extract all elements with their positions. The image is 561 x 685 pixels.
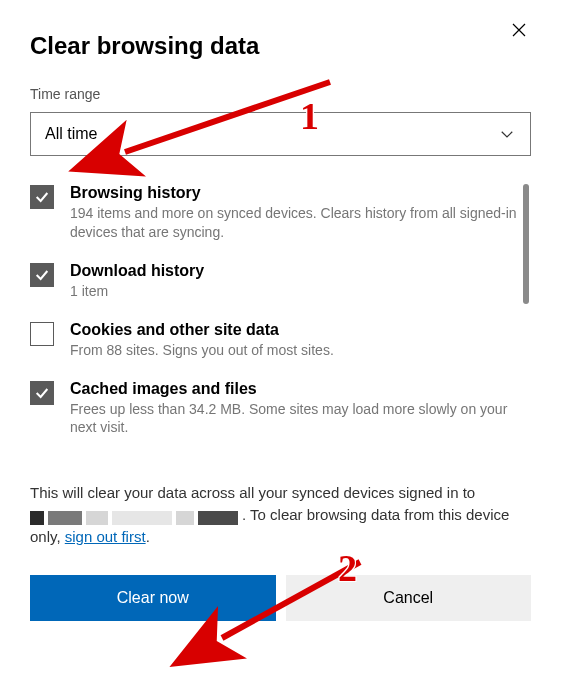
option-title: Cookies and other site data xyxy=(70,321,517,339)
sign-out-link[interactable]: sign out first xyxy=(65,528,146,545)
close-button[interactable] xyxy=(507,18,531,42)
time-range-select[interactable]: All time xyxy=(30,112,531,156)
options-list: Browsing history 194 items and more on s… xyxy=(30,184,531,474)
checkbox-cookies[interactable] xyxy=(30,322,54,346)
checkbox-cached[interactable] xyxy=(30,381,54,405)
option-subtitle: 194 items and more on synced devices. Cl… xyxy=(70,204,517,242)
time-range-value: All time xyxy=(45,125,97,143)
option-cookies: Cookies and other site data From 88 site… xyxy=(30,321,531,360)
option-title: Download history xyxy=(70,262,517,280)
dialog-title: Clear browsing data xyxy=(30,32,531,60)
option-title: Cached images and files xyxy=(70,380,517,398)
option-subtitle: Frees up less than 34.2 MB. Some sites m… xyxy=(70,400,517,438)
summary-part1: This will clear your data across all you… xyxy=(30,484,475,501)
checkbox-browsing-history[interactable] xyxy=(30,185,54,209)
cancel-button[interactable]: Cancel xyxy=(286,575,532,621)
scrollbar[interactable] xyxy=(523,184,529,304)
option-cached: Cached images and files Frees up less th… xyxy=(30,380,531,438)
option-download-history: Download history 1 item xyxy=(30,262,531,301)
fade-gradient xyxy=(30,440,531,474)
option-subtitle: From 88 sites. Signs you out of most sit… xyxy=(70,341,517,360)
time-range-label: Time range xyxy=(30,86,531,102)
option-subtitle: 1 item xyxy=(70,282,517,301)
option-title: Browsing history xyxy=(70,184,517,202)
option-browsing-history: Browsing history 194 items and more on s… xyxy=(30,184,531,242)
checkbox-download-history[interactable] xyxy=(30,263,54,287)
redacted-email xyxy=(30,509,242,527)
close-icon xyxy=(510,21,528,39)
checkmark-icon xyxy=(34,385,50,401)
chevron-down-icon xyxy=(498,125,516,143)
checkmark-icon xyxy=(34,189,50,205)
clear-now-button[interactable]: Clear now xyxy=(30,575,276,621)
checkmark-icon xyxy=(34,267,50,283)
summary-text: This will clear your data across all you… xyxy=(30,482,531,547)
summary-part3: . xyxy=(146,528,150,545)
